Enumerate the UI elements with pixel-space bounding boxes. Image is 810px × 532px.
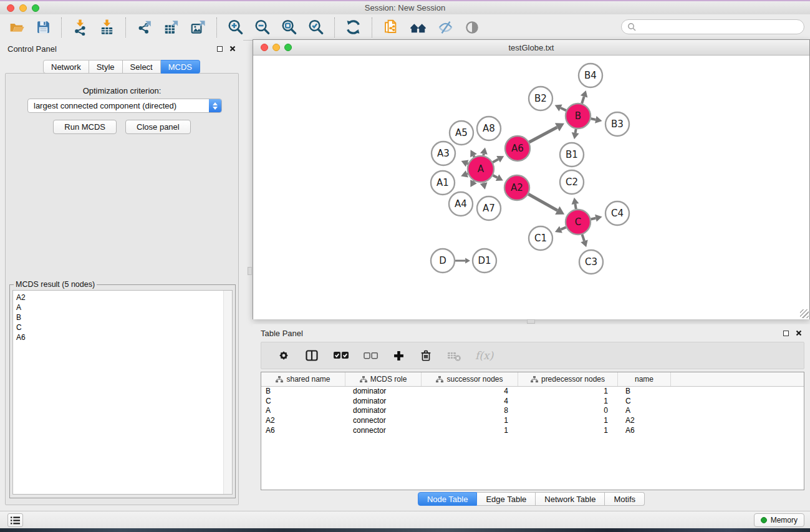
graph-node-B2[interactable]: B2: [529, 87, 552, 110]
zoom-fit-button[interactable]: [276, 16, 302, 39]
deselect-all-button[interactable]: [356, 343, 385, 368]
table-cell[interactable]: 1: [422, 426, 518, 436]
graph-node-B[interactable]: B: [566, 104, 591, 128]
graph-edge-A2-C[interactable]: [528, 194, 564, 215]
add-column-button[interactable]: [385, 343, 412, 368]
close-window-button[interactable]: [7, 4, 14, 12]
apply-layout-button[interactable]: [340, 16, 367, 39]
graph-edge-A6-B[interactable]: [529, 123, 564, 142]
import-network-button[interactable]: [67, 16, 94, 39]
table-cell[interactable]: dominator: [345, 397, 422, 407]
minimize-network-button[interactable]: [272, 44, 280, 51]
graph-edge-A-A8[interactable]: [480, 147, 488, 155]
table-cell[interactable]: 1: [518, 416, 618, 426]
graph-node-A[interactable]: A: [468, 156, 494, 182]
column-header-name[interactable]: name: [618, 372, 671, 386]
tab-mcds[interactable]: MCDS: [161, 60, 200, 74]
minimize-window-button[interactable]: [19, 4, 27, 12]
column-header-mcds-role[interactable]: MCDS role: [345, 372, 422, 386]
graph-node-A3[interactable]: A3: [432, 142, 455, 165]
table-cell[interactable]: connector: [345, 426, 422, 436]
tab-edge-table[interactable]: Edge Table: [477, 492, 536, 506]
export-image-button[interactable]: [185, 16, 211, 39]
graph-node-C1[interactable]: C1: [529, 226, 552, 250]
tab-select[interactable]: Select: [123, 60, 161, 74]
table-cell[interactable]: A: [618, 406, 671, 416]
table-cell[interactable]: A: [261, 406, 345, 416]
graph-node-C3[interactable]: C3: [579, 250, 603, 274]
tab-network-table[interactable]: Network Table: [536, 492, 605, 506]
graph-node-A1[interactable]: A1: [431, 171, 455, 195]
zoom-out-button[interactable]: [249, 16, 276, 39]
graph-node-C[interactable]: C: [566, 210, 591, 235]
close-network-button[interactable]: [261, 44, 268, 51]
graph-edge-B-B3[interactable]: [591, 116, 602, 123]
maximize-network-button[interactable]: [284, 44, 292, 51]
table-cell[interactable]: 1: [518, 387, 618, 397]
graph-node-A2[interactable]: A2: [504, 175, 529, 200]
close-panel-button[interactable]: Close panel: [125, 120, 191, 134]
tab-network[interactable]: Network: [43, 60, 89, 74]
gear-settings-button[interactable]: [270, 343, 297, 368]
tab-node-table[interactable]: Node Table: [418, 492, 478, 506]
result-scrollbar[interactable]: [223, 291, 232, 494]
result-item[interactable]: A2: [16, 293, 229, 302]
home-view-button[interactable]: [404, 16, 432, 39]
zoom-selected-button[interactable]: [302, 16, 329, 39]
search-box[interactable]: [621, 19, 804, 34]
table-cell[interactable]: A6: [618, 426, 671, 436]
close-panel-icon[interactable]: [229, 46, 236, 52]
graph-node-A6[interactable]: A6: [505, 136, 530, 161]
tab-motifs[interactable]: Motifs: [605, 492, 645, 506]
show-graphics-details-button[interactable]: [459, 16, 485, 39]
graph-edge-C-C1[interactable]: [555, 226, 566, 233]
table-row[interactable]: Cdominator41C: [261, 397, 804, 407]
graph-edge-A-A7[interactable]: [480, 182, 488, 189]
select-all-button[interactable]: [326, 343, 356, 368]
graph-edge-D-D1[interactable]: [455, 258, 470, 264]
graph-node-B1[interactable]: B1: [560, 143, 584, 167]
close-table-panel-icon[interactable]: [796, 330, 802, 336]
result-item[interactable]: A: [16, 302, 229, 312]
table-cell[interactable]: 8: [422, 406, 518, 416]
graph-node-C2[interactable]: C2: [560, 170, 584, 194]
graph-edge-C-C4[interactable]: [591, 215, 602, 222]
hide-graphics-details-button[interactable]: [432, 16, 459, 39]
graph-node-A4[interactable]: A4: [449, 192, 473, 216]
horizontal-split-handle[interactable]: [527, 319, 535, 324]
column-header-predecessor-nodes[interactable]: predecessor nodes: [518, 372, 618, 386]
float-panel-icon[interactable]: [217, 46, 223, 52]
graph-node-C4[interactable]: C4: [605, 201, 629, 225]
export-network-button[interactable]: [131, 16, 158, 39]
graph-edge-A-A2[interactable]: [493, 174, 503, 181]
graph-node-B4[interactable]: B4: [579, 64, 602, 87]
table-cell[interactable]: 4: [422, 387, 518, 397]
graph-edge-A-A6[interactable]: [493, 156, 504, 162]
graph-node-D[interactable]: D: [431, 249, 455, 273]
resize-grip[interactable]: [800, 309, 809, 318]
graph-node-A5[interactable]: A5: [450, 121, 473, 145]
graph-edge-C-C2[interactable]: [572, 198, 579, 210]
memory-button[interactable]: Memory: [754, 513, 804, 527]
float-table-panel-icon[interactable]: [783, 331, 789, 336]
function-builder-button[interactable]: f(x): [468, 343, 500, 368]
table-cell[interactable]: dominator: [345, 387, 422, 397]
clone-network-button[interactable]: [377, 16, 404, 39]
table-cell[interactable]: A6: [261, 426, 345, 436]
graph-node-A7[interactable]: A7: [477, 196, 501, 220]
table-row[interactable]: Adominator80A: [261, 406, 804, 416]
table-row[interactable]: A6connector11A6: [261, 426, 804, 436]
table-cell[interactable]: 1: [518, 426, 618, 436]
graph-edge-C-C3[interactable]: [581, 235, 587, 247]
table-cell[interactable]: C: [261, 397, 345, 407]
result-item[interactable]: B: [16, 312, 229, 322]
table-cell[interactable]: 1: [518, 397, 618, 407]
graph-node-A8[interactable]: A8: [477, 117, 501, 140]
save-session-button[interactable]: [31, 16, 56, 39]
table-cell[interactable]: A2: [618, 416, 671, 426]
graph-edge-B-B1[interactable]: [572, 129, 579, 140]
graph-edge-B-B4[interactable]: [581, 90, 587, 104]
table-row[interactable]: A2connector11A2: [261, 416, 804, 426]
export-table-button[interactable]: [158, 16, 185, 39]
column-layout-button[interactable]: [297, 343, 326, 368]
